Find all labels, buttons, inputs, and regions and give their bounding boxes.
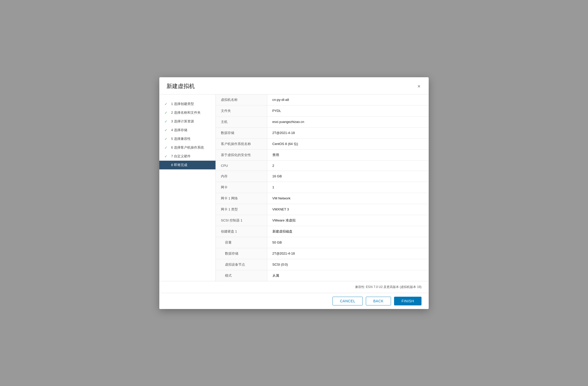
back-button[interactable]: BACK [366,297,391,305]
row-label-2: 主机 [216,116,267,127]
step-label-step2: 2 选择名称和文件夹 [171,110,201,115]
table-row: 创建硬盘 1新建虚拟磁盘 [216,226,429,237]
close-button[interactable]: × [416,83,422,90]
row-value-4: CentOS 8 (64 位) [267,138,429,149]
step-label-step5: 5 选择兼容性 [171,137,191,141]
table-row: 网卡 1 网络VM Network [216,193,429,204]
dialog-title: 新建虚拟机 [166,82,195,90]
compat-text: 兼容性: ESXi 7.0 U2 及更高版本 (虚拟机版本 19) [355,285,422,289]
row-label-4: 客户机操作系统名称 [216,138,267,149]
step-label-step7: 7 自定义硬件 [171,154,191,159]
table-row: 网卡 1 类型VMXNET 3 [216,204,429,215]
sidebar-item-step2[interactable]: ✓2 选择名称和文件夹 [159,108,215,117]
step-label-step1: 1 选择创建类型 [171,102,194,106]
sidebar-item-step8: 8 即将完成 [159,161,215,169]
table-row: 数据存储2T@2021-4-18 [216,248,429,259]
table-row: 内存16 GB [216,171,429,182]
sidebar-item-step6[interactable]: ✓6 选择客户机操作系统 [159,143,215,152]
row-label-9: 网卡 1 网络 [216,193,267,204]
table-row: 虚拟设备节点SCSI (0:0) [216,259,429,270]
table-row: 主机esxi.yuangezhizao.cn [216,116,429,127]
step-icon-step6: ✓ [164,146,169,150]
table-row: 文件夹PYDL [216,105,429,116]
sidebar-item-step5[interactable]: ✓5 选择兼容性 [159,134,215,143]
dialog-header: 新建虚拟机 × [159,77,429,94]
table-row: 模式从属 [216,270,429,281]
step-icon-step1: ✓ [164,102,169,106]
row-value-1: PYDL [267,105,429,116]
table-row: CPU2 [216,160,429,171]
step-label-step3: 3 选择计算资源 [171,119,194,124]
row-value-2: esxi.yuangezhizao.cn [267,116,429,127]
main-content: 虚拟机名称cn-py-dl-a8文件夹PYDL主机esxi.yuangezhiz… [216,94,429,281]
summary-table: 虚拟机名称cn-py-dl-a8文件夹PYDL主机esxi.yuangezhiz… [216,94,429,281]
row-label-11: SCSI 控制器 1 [216,215,267,226]
step-icon-step2: ✓ [164,111,169,115]
step-label-step4: 4 选择存储 [171,128,187,132]
row-value-0: cn-py-dl-a8 [267,94,429,105]
sidebar-item-step7[interactable]: ✓7 自定义硬件 [159,152,215,161]
row-value-11: VMware 准虚拟 [267,215,429,226]
sidebar-item-step3[interactable]: ✓3 选择计算资源 [159,117,215,126]
row-value-10: VMXNET 3 [267,204,429,215]
row-value-6: 2 [267,160,429,171]
table-row: 虚拟机名称cn-py-dl-a8 [216,94,429,105]
row-label-0: 虚拟机名称 [216,94,267,105]
step-icon-step5: ✓ [164,137,169,141]
table-row: 数据存储2T@2021-4-18 [216,127,429,138]
row-label-13: 容量 [216,237,267,248]
row-label-10: 网卡 1 类型 [216,204,267,215]
row-label-5: 基于虚拟化的安全性 [216,149,267,160]
row-label-6: CPU [216,160,267,171]
cancel-button[interactable]: CANCEL [332,297,363,305]
row-value-9: VM Network [267,193,429,204]
sidebar-item-step1[interactable]: ✓1 选择创建类型 [159,100,215,108]
dialog-body: ✓1 选择创建类型✓2 选择名称和文件夹✓3 选择计算资源✓4 选择存储✓5 选… [159,94,429,281]
row-label-3: 数据存储 [216,127,267,138]
table-row: SCSI 控制器 1VMware 准虚拟 [216,215,429,226]
row-value-16: 从属 [267,270,429,281]
table-row: 网卡1 [216,182,429,193]
step-label-step6: 6 选择客户机操作系统 [171,145,204,150]
row-value-7: 16 GB [267,171,429,182]
row-label-1: 文件夹 [216,105,267,116]
row-value-15: SCSI (0:0) [267,259,429,270]
table-row: 容量50 GB [216,237,429,248]
row-label-15: 虚拟设备节点 [216,259,267,270]
row-value-5: 禁用 [267,149,429,160]
row-label-14: 数据存储 [216,248,267,259]
sidebar-item-step4[interactable]: ✓4 选择存储 [159,126,215,134]
table-row: 客户机操作系统名称CentOS 8 (64 位) [216,138,429,149]
step-icon-step7: ✓ [164,154,169,158]
finish-button[interactable]: FINISH [394,297,422,305]
step-label-step8: 8 即将完成 [171,163,187,167]
step-icon-step3: ✓ [164,119,169,123]
row-label-8: 网卡 [216,182,267,193]
row-label-16: 模式 [216,270,267,281]
dialog-footer: CANCEL BACK FINISH [159,293,429,309]
row-value-12: 新建虚拟磁盘 [267,226,429,237]
row-value-13: 50 GB [267,237,429,248]
step-icon-step4: ✓ [164,128,169,132]
compat-bar: 兼容性: ESXi 7.0 U2 及更高版本 (虚拟机版本 19) [159,281,429,293]
sidebar: ✓1 选择创建类型✓2 选择名称和文件夹✓3 选择计算资源✓4 选择存储✓5 选… [159,94,216,281]
row-value-3: 2T@2021-4-18 [267,127,429,138]
row-label-12: 创建硬盘 1 [216,226,267,237]
new-vm-dialog: 新建虚拟机 × ✓1 选择创建类型✓2 选择名称和文件夹✓3 选择计算资源✓4 … [159,77,429,309]
row-value-8: 1 [267,182,429,193]
row-value-14: 2T@2021-4-18 [267,248,429,259]
row-label-7: 内存 [216,171,267,182]
table-row: 基于虚拟化的安全性禁用 [216,149,429,160]
